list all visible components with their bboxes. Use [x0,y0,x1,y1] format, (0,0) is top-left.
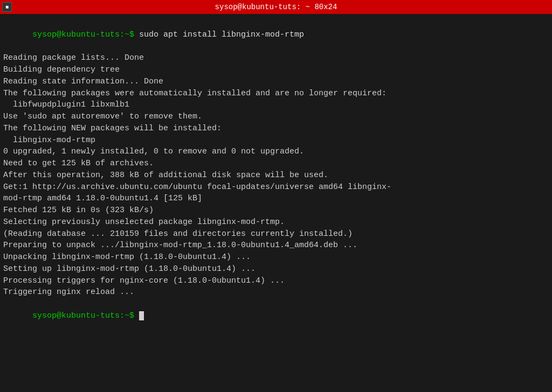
output-line-4: The following packages were automaticall… [3,88,549,100]
title-bar: ■ sysop@kubuntu-tuts: ~ 80x24 [0,0,552,14]
output-line-1: Reading package lists... Done [3,52,549,64]
output-line-9: 0 upgraded, 1 newly installed, 0 to remo… [3,146,549,158]
window: ■ sysop@kubuntu-tuts: ~ 80x24 sysop@kubu… [0,0,552,392]
output-line-6: Use 'sudo apt autoremove' to remove them… [3,111,549,123]
terminal-body[interactable]: sysop@kubuntu-tuts:~$ sudo apt install l… [0,14,552,392]
output-line-16: (Reading database ... 210159 files and d… [3,228,549,240]
output-line-15: Selecting previously unselected package … [3,216,549,228]
output-line-2: Building dependency tree [3,64,549,76]
window-icon: ■ [2,2,12,12]
cursor [139,311,144,320]
final-prompt-line: sysop@kubuntu-tuts:~$ [3,298,549,333]
command-text: sudo apt install libnginx-mod-rtmp [139,30,304,39]
output-line-17: Preparing to unpack .../libnginx-mod-rtm… [3,240,549,251]
output-line-18: Unpacking libnginx-mod-rtmp (1.18.0-0ubu… [3,251,549,263]
output-line-11: After this operation, 388 kB of addition… [3,170,549,181]
output-line-14: Fetched 125 kB in 0s (323 kB/s) [3,205,549,216]
output-line-5: libfwupdplugin1 libxmlb1 [3,99,549,111]
output-line-3: Reading state information... Done [3,76,549,88]
output-line-20: Processing triggers for nginx-core (1.18… [3,275,549,287]
output-line-13: mod-rtmp amd64 1.18.0-0ubuntu1.4 [125 kB… [3,193,549,205]
line-command: sysop@kubuntu-tuts:~$ sudo apt install l… [3,17,549,52]
title-bar-text: sysop@kubuntu-tuts: ~ 80x24 [215,3,337,11]
output-line-12: Get:1 http://us.archive.ubuntu.com/ubunt… [3,181,549,193]
prompt-1: sysop@kubuntu-tuts:~$ [32,30,139,39]
prompt-final: sysop@kubuntu-tuts:~$ [32,311,139,320]
output-line-8: libnginx-mod-rtmp [3,135,549,146]
output-line-19: Setting up libnginx-mod-rtmp (1.18.0-0ub… [3,263,549,275]
output-line-10: Need to get 125 kB of archives. [3,158,549,170]
output-line-7: The following NEW packages will be insta… [3,123,549,135]
output-line-21: Triggering nginx reload ... [3,286,549,298]
